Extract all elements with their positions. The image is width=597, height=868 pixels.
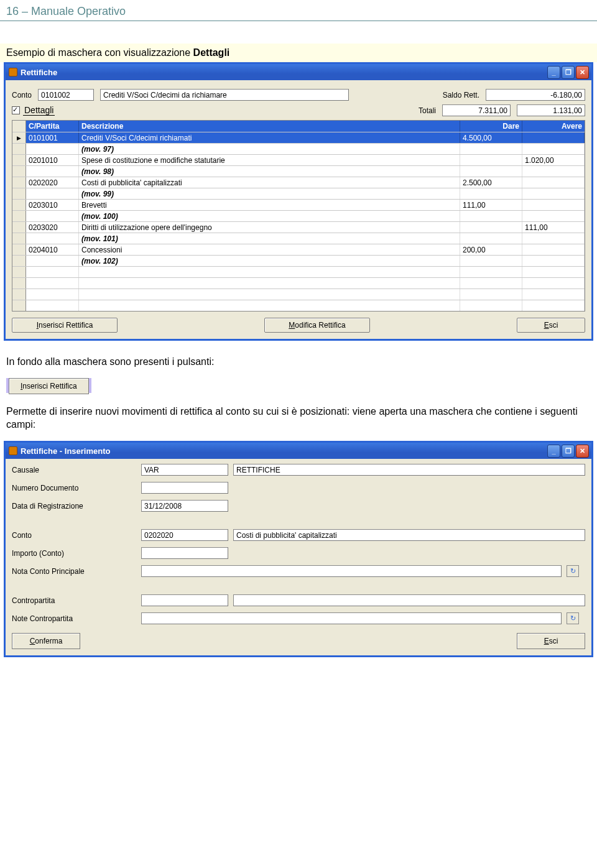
header-cpartita[interactable]: C/Partita [26,121,79,132]
row-marker [12,211,26,221]
table-row[interactable]: 0202020Costi di pubblicita' capitalizzat… [12,177,585,188]
titlebar[interactable]: Rettifiche _ ❐ ✕ [6,64,591,80]
cell-avere [522,233,585,244]
totale-avere: 1.131,00 [517,104,585,116]
cell-avere [522,166,585,177]
conferma-button[interactable]: Conferma [12,633,80,649]
cell-descrizione: Crediti V/Soci C/decimi richiamati [79,132,460,143]
maximize-button[interactable]: ❐ [562,66,575,79]
table-row[interactable]: (mov. 99) [12,188,585,199]
cell-descrizione [79,300,460,311]
cell-avere [522,177,585,188]
table-row[interactable] [12,300,585,311]
table-row[interactable]: 0201010Spese di costituzione e modifiche… [12,154,585,165]
cell-cpartita [26,211,79,221]
row-marker [12,289,26,300]
cell-avere [522,300,585,311]
esci-button[interactable]: Esci [517,318,585,333]
cell-avere [522,289,585,300]
table-row[interactable] [12,266,585,277]
close-button[interactable]: ✕ [576,445,589,458]
table-row[interactable]: (mov. 98) [12,165,585,177]
nota-expand-icon[interactable]: ↻ [567,565,579,577]
table-row[interactable]: (mov. 101) [12,233,585,244]
conto-label: Conto [12,531,136,540]
cell-avere [522,244,585,255]
table-row[interactable]: 0101001Crediti V/Soci C/decimi richiamat… [12,132,585,143]
cell-avere [522,188,585,199]
cell-cpartita [26,267,79,277]
cell-dare: 4.500,00 [460,132,522,143]
header-avere[interactable]: Avere [522,121,585,132]
conto-code-field[interactable]: 0202020 [141,529,228,541]
cell-dare [460,256,522,266]
conto-code-field[interactable]: 0101002 [38,89,94,101]
data-registrazione-field[interactable]: 31/12/2008 [141,500,228,512]
cell-descrizione [79,278,460,289]
cell-descrizione: (mov. 102) [79,256,460,266]
header-dare[interactable]: Dare [460,121,522,132]
table-row[interactable] [12,277,585,289]
row-marker [12,200,26,210]
table-row[interactable]: 0203020Diritti di utilizzazione opere de… [12,221,585,233]
totale-dare: 7.311,00 [442,104,511,116]
titlebar-inserimento[interactable]: Rettifiche - Inserimento _ ❐ ✕ [6,443,591,459]
note-contropartita-field[interactable] [141,612,562,624]
row-marker [12,132,26,143]
cell-dare: 111,00 [460,200,522,210]
table-row[interactable]: (mov. 97) [12,143,585,154]
dettagli-checkbox[interactable]: Dettagli [12,105,55,116]
cell-descrizione: Concessioni [79,244,460,255]
contropartita-label: Contropartita [12,596,136,605]
esci-button[interactable]: Esci [517,633,585,649]
table-row[interactable]: (mov. 102) [12,255,585,266]
cell-cpartita [26,188,79,199]
nota-conto-principale-label: Nota Conto Principale [12,567,136,576]
cell-dare [460,144,522,154]
cell-cpartita [26,166,79,177]
causale-code-field[interactable]: VAR [141,464,228,476]
nota-conto-principale-field[interactable] [141,565,562,577]
cell-avere [522,256,585,266]
window-title: Rettifiche - Inserimento [21,446,110,456]
importo-field[interactable] [141,547,228,559]
row-marker [12,188,26,199]
header-descrizione[interactable]: Descrizione [79,121,460,132]
rettifiche-window: Rettifiche _ ❐ ✕ Conto 0101002 Crediti V… [4,62,593,341]
minimize-button[interactable]: _ [547,66,560,79]
conto-desc-field[interactable]: Crediti V/Soci C/decimi da richiamare [100,89,349,101]
cell-dare [460,166,522,177]
table-row[interactable]: 0203010Brevetti111,00 [12,199,585,210]
close-button[interactable]: ✕ [576,66,589,79]
cell-descrizione: Diritti di utilizzazione opere dell'inge… [79,222,460,233]
table-row[interactable]: (mov. 100) [12,210,585,221]
cell-avere [522,211,585,221]
data-registrazione-label: Data di Registrazione [12,502,136,510]
inserisci-rettifica-button[interactable]: Inserisci Rettifica [12,318,118,333]
numero-documento-label: Numero Documento [12,484,136,492]
modifica-rettifica-button[interactable]: Modifica Rettifica [264,318,370,333]
contropartita-code-field[interactable] [141,594,228,606]
saldo-rett-label: Saldo Rett. [443,91,479,99]
row-marker [12,256,26,266]
table-row[interactable] [12,289,585,300]
numero-documento-field[interactable] [141,482,228,494]
cell-descrizione: Brevetti [79,200,460,210]
button-snippet-frame: Inserisci Rettifica [0,372,597,397]
table-row[interactable]: 0204010Concessioni200,00 [12,244,585,255]
rettifiche-grid[interactable]: C/Partita Descrizione Dare Avere 0101001… [12,120,585,312]
minimize-button[interactable]: _ [547,445,560,458]
note-contro-expand-icon[interactable]: ↻ [567,612,579,624]
window-icon [9,68,17,76]
cell-avere [522,267,585,277]
cell-descrizione: Costi di pubblicita' capitalizzati [79,177,460,188]
row-marker [12,166,26,177]
cell-dare [460,267,522,277]
cell-avere [522,144,585,154]
totali-label: Totali [419,106,436,115]
caption-bold: Dettagli [193,47,230,58]
snippet-inserisci-button[interactable]: Inserisci Rettifica [9,378,89,394]
row-marker [12,300,26,311]
maximize-button[interactable]: ❐ [562,445,575,458]
row-marker [12,222,26,233]
